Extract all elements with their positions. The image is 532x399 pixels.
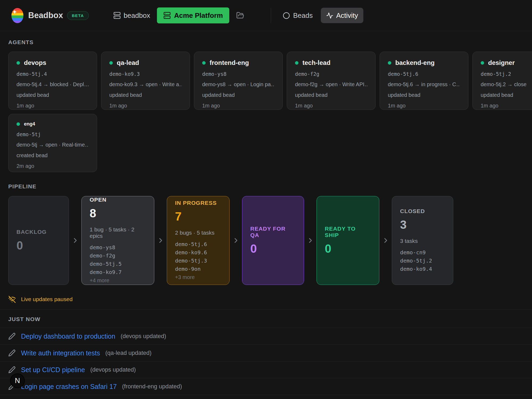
agent-card-backend-eng[interactable]: backend-eng demo-5tj.6 demo-5tj.6 → in p… bbox=[380, 52, 468, 110]
bead-id: demo-5tj.5 bbox=[90, 260, 146, 268]
feed-item: Write API documentation (tech-lead updat… bbox=[0, 395, 532, 399]
feed-item-link[interactable]: Login page crashes on Safari 17 bbox=[21, 383, 117, 390]
feed-item-link[interactable]: Write auth integration tests bbox=[21, 349, 100, 357]
agent-name: frontend-eng bbox=[210, 59, 249, 66]
column-label: OPEN bbox=[90, 197, 146, 203]
agent-name: eng4 bbox=[24, 121, 35, 127]
column-label: IN PROGRESS bbox=[175, 200, 221, 206]
agent-card-qa-lead[interactable]: qa-lead demo-ko9.3 demo-ko9.3 → open · W… bbox=[101, 52, 190, 110]
agents-row-1: devops demo-5tj.4 demo-5tj.4 → blocked ·… bbox=[8, 52, 524, 110]
agent-bead-desc: demo-5tj.2 → close bbox=[481, 81, 532, 88]
green-status-dot bbox=[295, 61, 298, 65]
header-divider bbox=[271, 8, 271, 23]
agent-time: 1m ago bbox=[295, 103, 367, 109]
pipeline-column-ready-for-qa[interactable]: READY FOR QA 0 bbox=[242, 196, 304, 285]
chevron-right-icon bbox=[304, 196, 317, 285]
feed-item-link[interactable]: Deploy dashboard to production bbox=[21, 332, 115, 340]
agent-bead-desc: demo-5tj.6 → in progress · C… bbox=[388, 81, 460, 88]
agent-card-devops[interactable]: devops demo-5tj.4 demo-5tj.4 → blocked ·… bbox=[8, 52, 97, 110]
agents-row-2: eng4 demo-5tj demo-5tj → open · Real-tim… bbox=[8, 114, 524, 172]
app-title: Beadbox bbox=[28, 11, 63, 20]
beadbox-logo-icon bbox=[11, 8, 24, 23]
pipeline-row: BACKLOG 0 OPEN 8 1 bug · 5 tasks · 2 epi… bbox=[8, 196, 524, 285]
activity-feed: Deploy dashboard to production (devops u… bbox=[0, 328, 532, 399]
agent-time: 1m ago bbox=[202, 103, 275, 109]
agent-action: created bead bbox=[16, 152, 89, 159]
feed-item: Set up CI/CD pipeline (devops updated) bbox=[0, 361, 532, 378]
bead-id: demo-f2g bbox=[90, 252, 146, 260]
pencil-icon bbox=[8, 349, 16, 357]
feed-item: Deploy dashboard to production (devops u… bbox=[0, 328, 532, 344]
feed-item-meta: (devops updated) bbox=[90, 366, 136, 373]
column-count: 0 bbox=[325, 242, 371, 255]
agent-bead-id: demo-5tj bbox=[16, 131, 89, 137]
chevron-right-icon bbox=[379, 196, 392, 285]
feed-item-link[interactable]: Set up CI/CD pipeline bbox=[21, 366, 85, 374]
feed-item-meta: (devops updated) bbox=[120, 333, 166, 340]
server-stack-icon bbox=[113, 12, 121, 19]
column-label: READY TO SHIP bbox=[325, 226, 371, 238]
app-header: Beadbox BETA beadbox Acme Platform bbox=[0, 0, 532, 31]
pipeline-column-closed[interactable]: CLOSED 3 3 tasks demo-cn9 demo-5tj.2 dem… bbox=[392, 196, 453, 285]
green-status-dot bbox=[388, 61, 391, 65]
green-status-dot bbox=[202, 61, 206, 65]
tab-activity[interactable]: Activity bbox=[321, 8, 363, 23]
column-label: READY FOR QA bbox=[250, 226, 296, 238]
agent-bead-id: demo-5tj.2 bbox=[481, 71, 532, 77]
column-count: 0 bbox=[250, 242, 296, 255]
pencil-icon bbox=[8, 332, 16, 340]
bead-id: demo-ys8 bbox=[90, 243, 146, 252]
column-bead-list: demo-5tj.6 demo-ko9.6 demo-5tj.3 demo-9o… bbox=[175, 240, 221, 273]
pipeline-section-label: PIPELINE bbox=[8, 183, 524, 190]
collaborator-cursor-avatar: N bbox=[10, 373, 25, 388]
agents-section-label: AGENTS bbox=[8, 39, 524, 45]
agent-time: 1m ago bbox=[388, 103, 460, 109]
live-updates-status[interactable]: Live updates paused bbox=[8, 295, 524, 304]
column-count: 0 bbox=[16, 239, 61, 252]
pipeline-column-backlog[interactable]: BACKLOG 0 bbox=[8, 196, 69, 285]
tab-beads[interactable]: Beads bbox=[283, 11, 313, 20]
agent-card-tech-lead[interactable]: tech-lead demo-f2g demo-f2g → open · Wri… bbox=[287, 52, 376, 110]
agent-name: devops bbox=[24, 59, 46, 66]
pipeline-column-open[interactable]: OPEN 8 1 bug · 5 tasks · 2 epics demo-ys… bbox=[81, 196, 154, 285]
column-count: 3 bbox=[400, 218, 445, 231]
column-label: CLOSED bbox=[400, 208, 445, 214]
agent-card-frontend-eng[interactable]: frontend-eng demo-ys8 demo-ys8 → open · … bbox=[194, 52, 283, 110]
agent-name: tech-lead bbox=[302, 59, 330, 66]
section-divider bbox=[0, 309, 532, 310]
agent-action: updated bead bbox=[388, 92, 460, 98]
bead-id: demo-5tj.3 bbox=[175, 257, 221, 265]
agent-time: 2m ago bbox=[16, 163, 89, 169]
bead-id: demo-ko9.6 bbox=[175, 248, 221, 257]
beads-tab-label: Beads bbox=[293, 11, 313, 20]
folder-open-icon[interactable] bbox=[236, 11, 244, 19]
agent-name: qa-lead bbox=[117, 59, 139, 66]
column-meta: 1 bug · 5 tasks · 2 epics bbox=[90, 226, 146, 239]
column-more: +4 more bbox=[90, 276, 146, 285]
pipeline-column-ready-to-ship[interactable]: READY TO SHIP 0 bbox=[317, 196, 379, 285]
column-bead-list: demo-ys8 demo-f2g demo-5tj.5 demo-ko9.7 bbox=[90, 243, 146, 276]
agent-action: updated bead bbox=[202, 92, 275, 98]
org-switcher[interactable]: beadbox bbox=[113, 11, 150, 20]
agent-card-eng4[interactable]: eng4 demo-5tj demo-5tj → open · Real-tim… bbox=[8, 114, 97, 172]
agent-card-designer[interactable]: designer demo-5tj.2 demo-5tj.2 → close u… bbox=[472, 52, 532, 110]
pulse-icon bbox=[326, 12, 333, 19]
feed-item: Write auth integration tests (qa-lead up… bbox=[0, 344, 532, 361]
wifi-off-icon bbox=[8, 296, 16, 303]
live-updates-label: Live updates paused bbox=[21, 296, 73, 302]
column-more: +3 more bbox=[175, 273, 221, 281]
green-status-dot bbox=[109, 61, 113, 65]
pipeline-column-in-progress[interactable]: IN PROGRESS 7 2 bugs · 5 tasks demo-5tj.… bbox=[167, 196, 230, 285]
project-selector-button[interactable]: Acme Platform bbox=[157, 7, 229, 23]
org-label: beadbox bbox=[124, 11, 150, 20]
chevron-right-icon bbox=[230, 196, 242, 285]
feed-item-meta: (frontend-eng updated) bbox=[122, 383, 182, 390]
activity-tab-label: Activity bbox=[336, 11, 358, 20]
feed-item-meta: (qa-lead updated) bbox=[105, 350, 152, 356]
column-meta: 2 bugs · 5 tasks bbox=[175, 230, 221, 236]
agent-bead-id: demo-5tj.6 bbox=[388, 71, 460, 77]
bead-id: demo-9on bbox=[175, 265, 221, 273]
server-stack-icon bbox=[163, 12, 171, 19]
agent-time: 1m ago bbox=[16, 103, 89, 109]
agent-bead-desc: demo-ko9.3 → open · Write a… bbox=[109, 81, 182, 88]
